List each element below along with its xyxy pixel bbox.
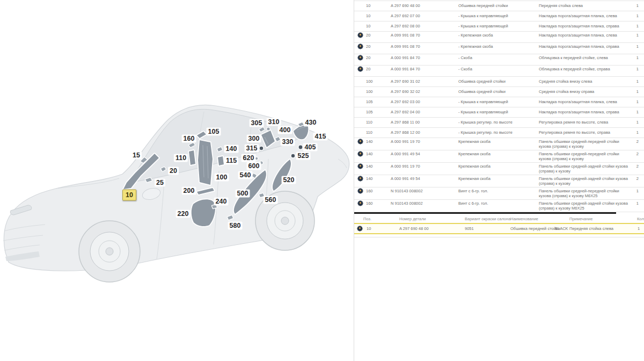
cell-note: Накладка порога/защитная планка, слева [539, 33, 632, 38]
diagram-callout-560[interactable]: 560 [264, 196, 278, 204]
diagram-callout-220[interactable]: 220 [176, 210, 191, 218]
diagram-callout-520[interactable]: 520 [282, 176, 296, 184]
table-row[interactable]: 20 A 000 991 84 70 - Скоба Облицовка к п… [354, 54, 644, 66]
info-badge-cell [354, 79, 366, 84]
table-row[interactable]: 20 A 099 991 08 70 - Крепежная скоба Нак… [354, 43, 644, 54]
info-badge-icon[interactable] [358, 151, 363, 156]
cell-note: Облицовка к передней стойке, справа [539, 67, 632, 71]
cell-part-number: A 297 692 04 00 [391, 110, 458, 114]
table-row[interactable]: 140 A 000 991 19 70 Крепежная скоба Пане… [354, 163, 644, 175]
table-row[interactable]: 20 A 000 991 84 70 - Скоба Облицовка к п… [354, 66, 644, 77]
diagram-callout-580[interactable]: 580 [228, 222, 243, 230]
diagram-callout-415[interactable]: 415 [313, 133, 328, 141]
table-row[interactable]: 140 A 000 991 19 70 Крепежная скоба Пане… [354, 138, 644, 150]
clip-580[interactable] [228, 215, 233, 220]
table-row[interactable]: 10 A 297 692 07 00 - Крышка к направляющ… [354, 11, 644, 21]
detail-note: Передняя стойка слева [569, 226, 613, 231]
detail-header-variant: Вариант окраски салона [465, 216, 510, 221]
diagram-callout-240[interactable]: 240 [214, 198, 229, 206]
table-row[interactable]: 20 A 099 991 08 70 - Крепежная скоба Нак… [354, 32, 644, 43]
table-row[interactable]: 100 A 297 690 31 02 Обшивка средней стой… [354, 77, 644, 87]
diagram-callout-300[interactable]: 300 [247, 135, 261, 143]
diagram-callout-525[interactable]: 525 [296, 152, 311, 160]
cell-note: Средняя стойка внизу справа [539, 89, 632, 94]
info-badge-icon[interactable] [358, 44, 363, 49]
cell-part-number: A 297 692 07 00 [391, 13, 458, 18]
trim-b-pillar-part[interactable] [198, 140, 213, 185]
diagram-callout-405[interactable]: 405 [303, 143, 318, 151]
info-badge-icon[interactable] [358, 176, 363, 181]
trim-belt-strip-part[interactable] [189, 150, 195, 165]
info-badge-icon[interactable] [358, 201, 363, 206]
cell-note: Накладка порога/защитная планка, справа [539, 24, 632, 28]
cell-part-name: - Крышка к направляющей [458, 99, 539, 104]
selected-part-row[interactable]: 10 A 297 690 48 00 9051 Обшивка передней… [354, 223, 644, 234]
detail-header-part: Номер детали [399, 216, 426, 221]
cell-quantity: 2 [632, 176, 644, 181]
info-badge-icon[interactable] [358, 189, 363, 193]
cell-quantity: 1 [632, 13, 644, 18]
clip-25[interactable] [145, 178, 152, 182]
table-row[interactable]: 110 A 297 868 12 00 - Крышка регулир. по… [354, 128, 644, 138]
detail-header-name: Наименование [510, 216, 538, 221]
diagram-callout-105[interactable]: 105 [207, 128, 221, 136]
diagram-callout-140[interactable]: 140 [224, 145, 239, 153]
trim-strip-115-part[interactable] [218, 156, 224, 165]
diagram-callout-20[interactable]: 20 [168, 167, 179, 175]
diagram-callout-400[interactable]: 400 [278, 126, 292, 134]
diagram-callout-500[interactable]: 500 [236, 190, 250, 198]
table-row[interactable]: 110 A 297 868 11 00 - Крышка регулир. по… [354, 118, 644, 128]
info-badge-icon[interactable] [357, 226, 362, 231]
diagram-callout-110[interactable]: 110 [174, 154, 188, 162]
table-row[interactable]: 140 A 000 991 49 54 Крепежная скоба Пане… [354, 175, 644, 187]
cell-part-name: Винт с 6-гр. гол. [458, 189, 539, 193]
diagram-callout-620[interactable]: 620 [241, 154, 256, 162]
info-badge-icon[interactable] [358, 55, 363, 60]
diagram-callout-330[interactable]: 330 [281, 138, 295, 146]
diagram-callout-100[interactable]: 100 [215, 174, 229, 182]
diagram-callout-310[interactable]: 310 [267, 118, 281, 126]
diagram-callout-540[interactable]: 540 [238, 171, 253, 179]
clip-140[interactable] [217, 147, 222, 151]
cell-quantity: 1 [632, 67, 644, 71]
cell-part-number: A 297 692 03 00 [391, 99, 458, 104]
info-badge-icon[interactable] [358, 33, 363, 38]
trim-b-pillar-lower-part[interactable] [192, 199, 216, 226]
table-row[interactable]: 10 A 297 692 08 00 - Крышка к направляющ… [354, 21, 644, 32]
cell-quantity: 2 [632, 151, 644, 156]
info-badge-icon[interactable] [358, 139, 363, 144]
info-badge-icon[interactable] [358, 67, 363, 71]
clip-405[interactable] [299, 146, 303, 149]
diagram-callout-15[interactable]: 15 [131, 151, 142, 160]
diagram-callout-25[interactable]: 25 [155, 179, 165, 187]
diagram-callout-315[interactable]: 315 [245, 145, 259, 153]
diagram-callout-305[interactable]: 305 [250, 119, 264, 127]
cell-note: Облицовка к передней стойке, слева [539, 55, 632, 60]
diagram-callout-600[interactable]: 600 [247, 162, 261, 170]
clip-430[interactable] [298, 122, 304, 126]
diagram-callout-115[interactable]: 115 [224, 157, 238, 165]
clip-540[interactable] [252, 174, 257, 178]
diagram-callout-430[interactable]: 430 [304, 119, 318, 127]
table-row[interactable]: 105 A 297 692 03 00 - Крышка к направляю… [354, 97, 644, 107]
info-badge-cell [354, 110, 366, 114]
table-row[interactable]: 10 A 297 690 48 00 Обшивка передней стой… [354, 1, 644, 11]
table-row[interactable]: 140 A 000 991 49 54 Крепежная скоба Пане… [354, 150, 644, 163]
clip-310[interactable] [267, 127, 269, 130]
cell-part-number: A 297 690 32 02 [391, 89, 458, 94]
info-badge-cell [354, 120, 366, 125]
table-row[interactable]: 100 A 297 690 32 02 Обшивка средней стой… [354, 87, 644, 97]
table-row[interactable]: 160 N 910143 008002 Винт с 6-гр. гол. Па… [354, 200, 644, 212]
cell-note: Накладка порога/защитная планка, справа [539, 110, 632, 114]
clip-620[interactable] [255, 157, 258, 160]
info-badge-cell [354, 33, 366, 38]
table-row[interactable]: 105 A 297 692 04 00 - Крышка к направляю… [354, 107, 644, 118]
table-row[interactable]: 160 N 910143 008002 Винт с 6-гр. гол. Па… [354, 187, 644, 200]
diagram-callout-10[interactable]: 10 [122, 190, 136, 201]
diagram-callout-160[interactable]: 160 [182, 135, 196, 143]
clip-525[interactable] [291, 154, 295, 157]
clip-330[interactable] [275, 137, 280, 141]
info-badge-icon[interactable] [358, 164, 363, 169]
diagram-callout-200[interactable]: 200 [182, 187, 196, 195]
clip-315[interactable] [260, 147, 263, 150]
